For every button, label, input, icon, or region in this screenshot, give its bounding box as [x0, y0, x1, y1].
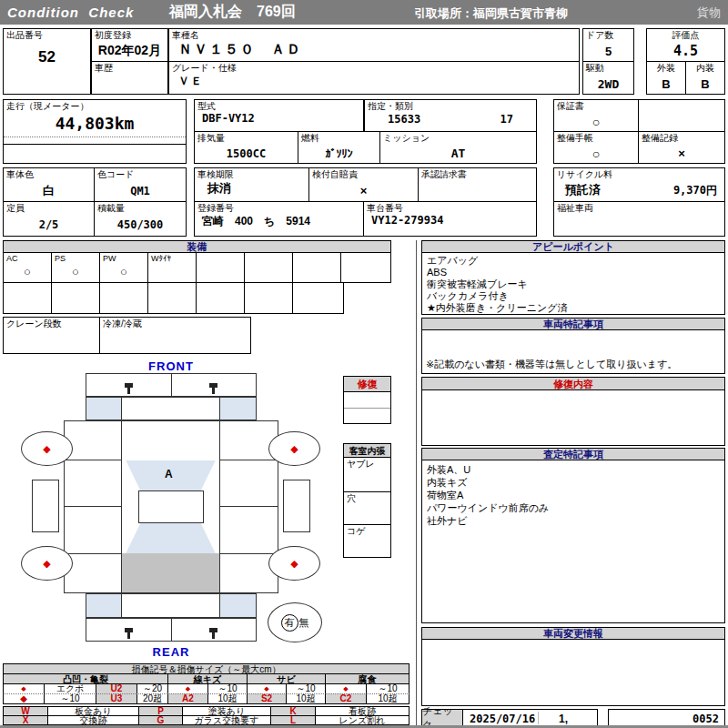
panel-line — [64, 553, 122, 554]
cabin-row-label: ヤブレ — [344, 458, 390, 470]
wheel-front-right: ◆ — [268, 431, 320, 466]
legend-cell: U3 — [96, 693, 137, 704]
front-bumper-left — [86, 374, 172, 396]
jack-point-icon — [125, 383, 133, 388]
legend-size: 10超 — [296, 694, 315, 703]
equipment-label: Wﾀｲﾔ — [148, 253, 196, 265]
pickup-location: 引取場所：福岡県古賀市青柳 — [414, 5, 568, 22]
load-value: 450/300 — [95, 214, 186, 236]
legend-text: エクボ — [56, 684, 85, 693]
damage-diamond-small: ◆ — [186, 684, 190, 693]
class-label: 指定・類別 — [365, 100, 536, 112]
legend-code-letter: W — [21, 707, 29, 716]
interior-label: 内装 — [686, 62, 724, 74]
legend-desc: ガラス交換要す — [182, 715, 271, 725]
welfare-box: 福祉車両 — [553, 201, 725, 237]
legend-code-l: L — [270, 715, 316, 725]
hood-corner-left — [86, 397, 122, 420]
drive-box: 駆動 2WD — [582, 61, 634, 95]
first-registration-value: R02年02月 — [92, 41, 167, 61]
damage-diamond-small: ◆ — [21, 684, 25, 693]
maintenance-record-box: 整備記録 × — [638, 131, 725, 164]
repair-mini-header: 修復 — [343, 376, 391, 392]
equipment-mark: ○ — [52, 265, 99, 278]
mileage-divider-dotted — [4, 136, 186, 137]
equipment-cell-empty — [99, 282, 148, 314]
panel-line — [64, 460, 122, 460]
brand-logo: Condition Check — [7, 5, 134, 20]
windshield-mark: A — [165, 468, 173, 480]
score-box: 評価点 4.5 — [646, 28, 725, 62]
legend-desc-text: ガラス交換要す — [195, 716, 259, 725]
capacity-value: 2/5 — [4, 214, 94, 236]
interior-box: 内装 B — [685, 61, 725, 95]
grade-box: グレード・仕様 ＶＥ — [168, 61, 580, 95]
appeal-line: ★内外装磨き・クリーニング済 — [427, 302, 720, 314]
cabin-row-burn: コゲ — [343, 524, 391, 558]
drive-label: 駆動 — [583, 62, 633, 74]
legend-size: ～10 — [378, 684, 397, 693]
insurance-box: 検付自賠責 × — [308, 167, 419, 202]
legend-size: ～10 — [60, 694, 79, 703]
class-no2: 17 — [500, 113, 513, 126]
model-code-value: DBF-VY12 — [195, 112, 363, 125]
jack-point-icon — [125, 628, 133, 632]
cargo-area — [122, 553, 219, 592]
check-divider — [538, 712, 539, 724]
mileage-value: 44,803km — [4, 114, 186, 133]
mission-box: ミッション AT — [379, 131, 537, 164]
load-box: 積載量 450/300 — [94, 201, 187, 237]
jack-point-icon — [209, 628, 217, 632]
mileage-box: 走行（現メーター） 44,803km — [3, 99, 187, 164]
insurance-mark: × — [309, 180, 418, 201]
legend-desc: レンズ割れ — [315, 715, 410, 725]
legend-code: A2 — [182, 694, 194, 703]
doors-value: 5 — [583, 41, 633, 61]
warranty-label: 保証書 — [554, 100, 638, 112]
lot-number-value: 52 — [4, 41, 90, 94]
legend-size: 10超 — [378, 694, 397, 703]
equipment-mark: ○ — [100, 265, 147, 278]
auction-title: 福岡入札会 769回 — [169, 3, 296, 22]
legend-code-x: X — [3, 715, 48, 725]
equipment-cell-empty — [292, 282, 344, 314]
cabin-header: 客室内張 — [343, 443, 391, 458]
fridge-label: 冷凍/冷蔵 — [100, 318, 250, 329]
maintenance-record-mark: × — [639, 144, 724, 163]
maintenance-record-label: 整備記録 — [639, 132, 724, 144]
check-box: チェック 2025/07/16 1, — [421, 709, 598, 727]
mirror-right — [283, 480, 310, 532]
fuel-value: ｶﾞｿﾘﾝ — [298, 144, 379, 163]
recycle-label: リサイクル料 — [554, 168, 724, 180]
legend-desc-text: 交換跡 — [80, 716, 107, 725]
displacement-value: 1500CC — [195, 144, 298, 163]
equipment-cell-wtire: Wﾀｲﾔ — [147, 252, 197, 283]
top-bar: Condition Check 福岡入札会 769回 引取場所：福岡県古賀市青柳… — [0, 0, 728, 25]
legend-code-letter: G — [157, 716, 165, 725]
lot-number-label: 出品番号 — [4, 29, 90, 41]
legend-size: 20超 — [143, 694, 162, 703]
class-box: 指定・類別 15633 17 — [364, 99, 537, 132]
rear-corner-right — [219, 593, 257, 618]
legend-code-letter: X — [23, 716, 29, 725]
model-name-label: 車種名 — [169, 29, 579, 41]
doors-box: ドア数 5 — [582, 28, 634, 62]
vehicle-notes-body: ※記載のない書類・機器等は無しとして取り扱います。 — [421, 329, 725, 374]
front-bumper-right — [172, 374, 257, 396]
panel-line — [219, 506, 278, 507]
maintenance-book-label: 整備手帳 — [554, 132, 638, 144]
damage-diamond-small: ◆ — [264, 684, 268, 693]
mission-label: ミッション — [380, 132, 536, 144]
hood-center — [121, 397, 220, 420]
equipment-cell-ac: AC ○ — [3, 252, 52, 283]
equipment-cell-empty — [147, 282, 197, 314]
grade-value: ＶＥ — [169, 74, 579, 89]
legend-cell: ～10 — [44, 693, 96, 704]
equipment-label: PW — [100, 253, 147, 265]
load-label: 積載量 — [95, 202, 186, 214]
equipment-mark: ○ — [4, 265, 51, 278]
assessment-line: 内装キズ — [427, 476, 720, 489]
equipment-cell-empty — [292, 252, 341, 283]
chassis-label: 車台番号 — [364, 202, 536, 214]
legend-cell: A2 — [167, 693, 208, 704]
